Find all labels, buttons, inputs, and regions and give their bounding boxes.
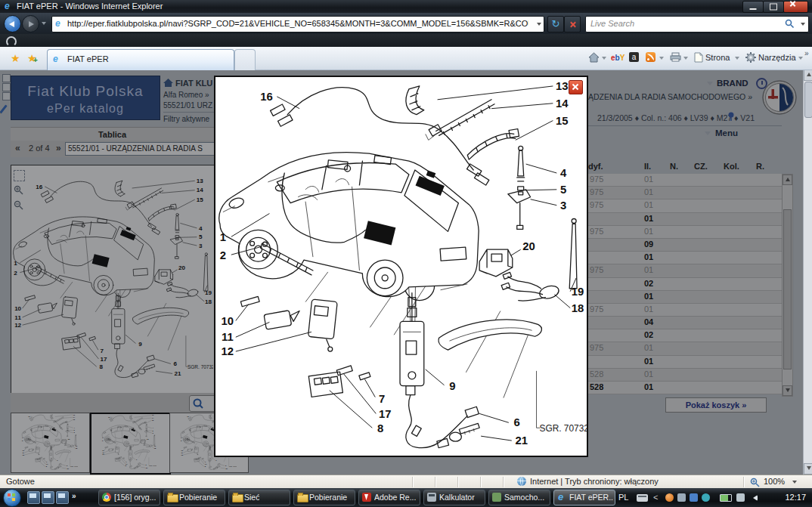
tray-monitor-icon[interactable] xyxy=(677,493,686,502)
rss-icon[interactable] xyxy=(646,52,655,62)
new-tab-button[interactable] xyxy=(234,49,256,70)
divider xyxy=(480,477,482,487)
address-bar[interactable]: e http://eper.fiatklubpolska.pl/navi?SGR… xyxy=(51,16,544,32)
home-icon[interactable] xyxy=(588,52,600,63)
navigation-bar: e http://eper.fiatklubpolska.pl/navi?SGR… xyxy=(0,13,812,34)
refresh-button[interactable]: ↻ xyxy=(547,16,564,32)
search-options-dropdown[interactable] xyxy=(801,23,805,26)
diagram-popup xyxy=(214,76,588,457)
taskbar-button[interactable]: Sieć xyxy=(228,490,290,505)
screen: e FIAT ePER - Windows Internet Explorer … xyxy=(0,0,812,507)
scrollbar-thumb[interactable] xyxy=(804,82,812,118)
narzedzia-dropdown[interactable] xyxy=(798,57,803,60)
close-button[interactable] xyxy=(783,1,808,13)
chrome-icon xyxy=(102,493,111,502)
browser-scrollbar[interactable] xyxy=(803,70,812,475)
tray-network-icon[interactable] xyxy=(690,493,698,502)
minimize-button[interactable] xyxy=(742,1,764,13)
display-icon[interactable] xyxy=(736,493,745,502)
print-dropdown[interactable] xyxy=(683,57,688,60)
strona-menu[interactable]: Strona xyxy=(705,53,730,62)
taskbar-button-label: [156] oryg... xyxy=(114,493,156,502)
internet-zone-icon xyxy=(517,477,526,486)
taskbar-button-label: Kalkulator xyxy=(439,493,475,502)
popup-close-button[interactable] xyxy=(569,80,583,94)
taskbar-button-label: Pobieranie xyxy=(309,493,347,502)
divider xyxy=(743,477,745,487)
taskbar-button[interactable]: Pobieranie xyxy=(293,490,355,505)
quick-launch-ie-icon[interactable] xyxy=(42,491,54,504)
divider xyxy=(457,477,459,487)
print-icon[interactable] xyxy=(670,52,681,62)
down-arrow-icon xyxy=(807,466,811,470)
taskbar-button-label: Adobe Re... xyxy=(374,493,416,502)
search-placeholder: Live Search xyxy=(590,19,634,28)
page-icon xyxy=(694,52,703,63)
chevron-text: < xyxy=(653,493,658,502)
taskbar-button-label: FIAT ePER... xyxy=(569,493,613,502)
add-favorite-button[interactable]: ★+ xyxy=(27,52,37,64)
up-arrow-icon xyxy=(807,73,811,76)
ie-icon xyxy=(557,493,566,502)
strona-dropdown[interactable] xyxy=(735,57,739,60)
history-dropdown[interactable] xyxy=(42,22,46,25)
page-zoom-value[interactable]: 100% xyxy=(764,477,785,486)
forward-button[interactable] xyxy=(22,15,39,32)
home-dropdown[interactable] xyxy=(602,57,606,60)
taskbar-button[interactable]: Samocho... xyxy=(488,490,550,505)
narzedzia-menu[interactable]: Narzędzia xyxy=(758,53,796,62)
plus-icon: + xyxy=(33,56,38,64)
scroll-up-button[interactable] xyxy=(804,70,812,81)
tab-fiat-eper[interactable]: e FIAT ePER xyxy=(47,49,234,70)
gear-icon xyxy=(745,52,756,63)
stop-icon xyxy=(569,21,576,28)
car-icon xyxy=(492,493,501,502)
divider xyxy=(435,477,436,487)
taskbar-button[interactable]: FIAT ePER... xyxy=(553,490,615,505)
taskbar-button-label: Samocho... xyxy=(504,493,544,502)
quick-launch-desktop-icon[interactable] xyxy=(27,491,40,504)
frame-band xyxy=(0,34,812,47)
taskbar-button[interactable]: [156] oryg... xyxy=(98,490,160,505)
back-button[interactable] xyxy=(4,15,21,32)
tray-app-icon[interactable] xyxy=(665,493,674,502)
maximize-button[interactable] xyxy=(763,1,784,13)
search-box[interactable]: Live Search xyxy=(585,16,809,32)
window-title: FIAT ePER - Windows Internet Explorer xyxy=(17,2,163,11)
taskbar-button[interactable]: Pobieranie xyxy=(163,490,225,505)
tab-favicon: e xyxy=(53,54,58,64)
clock[interactable]: 12:17 xyxy=(785,493,806,502)
favorites-center-button[interactable]: ★ xyxy=(11,52,20,64)
taskbar-button-label: Pobieranie xyxy=(179,493,217,502)
taskbar-button[interactable]: Kalkulator xyxy=(423,490,485,505)
keyboard-icon[interactable] xyxy=(637,494,648,502)
amazon-letter: a xyxy=(632,53,637,61)
quick-launch-more[interactable]: » xyxy=(72,492,76,500)
address-dropdown[interactable] xyxy=(537,23,541,26)
page-zoom-icon[interactable] xyxy=(750,478,760,487)
adobe-icon xyxy=(362,493,371,502)
folder-icon xyxy=(232,494,243,502)
folder-icon xyxy=(297,494,308,502)
forward-icon xyxy=(29,21,34,27)
stop-button[interactable] xyxy=(564,16,581,32)
taskbar-button[interactable]: Adobe Re... xyxy=(358,490,420,505)
ebay-icon[interactable]: ebY xyxy=(611,53,624,62)
scroll-down-button[interactable] xyxy=(804,463,812,475)
quick-launch-media-icon[interactable] xyxy=(56,491,69,504)
battery-icon[interactable] xyxy=(720,494,732,502)
tray-sync-icon[interactable] xyxy=(702,493,710,502)
rss-dropdown[interactable] xyxy=(659,57,664,60)
minimize-icon xyxy=(750,8,757,10)
language-code: PL xyxy=(618,493,628,502)
back-icon xyxy=(9,21,14,27)
amazon-icon[interactable]: a xyxy=(629,52,639,62)
zoom-dropdown[interactable] xyxy=(792,481,797,484)
start-button[interactable] xyxy=(3,489,21,507)
title-bar: e FIAT ePER - Windows Internet Explorer xyxy=(0,0,812,13)
more-commands-chevron[interactable]: » xyxy=(804,49,809,57)
speaker-icon[interactable] xyxy=(753,495,758,501)
taskbar: » [156] oryg...PobieranieSiećPobieranieA… xyxy=(0,488,812,507)
page-icon: e xyxy=(55,18,60,29)
status-text: Gotowe xyxy=(6,477,35,486)
